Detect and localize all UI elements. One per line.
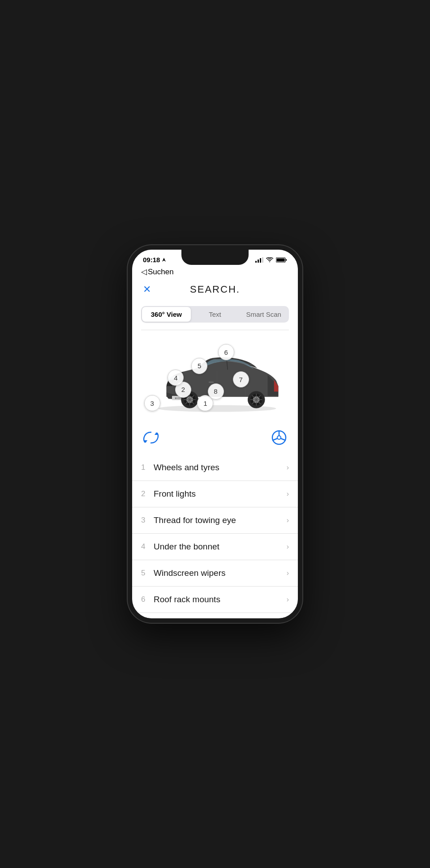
signal-icon: [255, 257, 263, 263]
list-item-4[interactable]: 4 Under the bonnet ›: [132, 534, 298, 560]
item-label-3: Thread for towing eye: [154, 515, 287, 525]
list-item-3[interactable]: 3 Thread for towing eye ›: [132, 507, 298, 534]
chevron-6: ›: [287, 596, 289, 604]
location-icon: [162, 258, 166, 262]
chevron-1: ›: [287, 464, 289, 472]
controls-row: [132, 426, 298, 455]
phone-screen: 09:18: [132, 250, 298, 618]
svg-line-36: [273, 438, 277, 440]
item-num-1: 1: [141, 463, 154, 472]
car-area: M-G1712E: [132, 330, 298, 426]
item-num-5: 5: [141, 569, 154, 578]
hotspot-6[interactable]: 6: [218, 344, 234, 360]
svg-rect-3: [260, 258, 261, 263]
hotspots-layer: 1 2 3 4 5 6 7 8: [141, 337, 289, 422]
item-num-6: 6: [141, 595, 154, 604]
list-item-7[interactable]: 7 Opening and closing ›: [132, 613, 298, 618]
wifi-icon: [266, 257, 273, 263]
steering-button[interactable]: [271, 430, 287, 447]
phone-frame: 09:18: [128, 245, 302, 623]
time-display: 09:18: [143, 256, 160, 264]
car-container: M-G1712E: [141, 337, 289, 422]
battery-icon: [276, 257, 287, 263]
list-item-5[interactable]: 5 Windscreen wipers ›: [132, 560, 298, 587]
item-num-2: 2: [141, 489, 154, 498]
back-label[interactable]: Suchen: [148, 268, 174, 277]
list-item-6[interactable]: 6 Roof rack mounts ›: [132, 587, 298, 613]
svg-rect-6: [286, 259, 287, 261]
notch: [181, 250, 249, 265]
search-header: ✕ SEARCH.: [132, 280, 298, 302]
tab-text[interactable]: Text: [191, 307, 240, 322]
hotspot-5[interactable]: 5: [191, 358, 207, 374]
item-num-4: 4: [141, 542, 154, 551]
svg-rect-4: [262, 257, 263, 263]
status-icons: [255, 257, 287, 263]
steering-icon: [271, 430, 287, 446]
page-title: SEARCH.: [190, 284, 240, 295]
item-label-5: Windscreen wipers: [154, 568, 287, 578]
items-list: 1 Wheels and tyres › 2 Front lights › 3 …: [132, 455, 298, 618]
chevron-3: ›: [287, 516, 289, 524]
item-label-1: Wheels and tyres: [154, 463, 287, 472]
chevron-4: ›: [287, 543, 289, 551]
tab-smartscan[interactable]: Smart Scan: [239, 307, 288, 322]
item-num-3: 3: [141, 516, 154, 525]
back-arrow: ◁: [141, 267, 147, 277]
close-button[interactable]: ✕: [143, 284, 151, 295]
hotspot-3[interactable]: 3: [144, 395, 160, 411]
rotate-icon: [143, 430, 159, 445]
hotspot-7[interactable]: 7: [233, 371, 249, 387]
chevron-2: ›: [287, 490, 289, 498]
svg-rect-7: [277, 258, 285, 261]
tab-360view[interactable]: 360° View: [142, 307, 191, 322]
item-label-6: Roof rack mounts: [154, 595, 287, 604]
list-item-1[interactable]: 1 Wheels and tyres ›: [132, 455, 298, 481]
svg-rect-1: [255, 261, 257, 263]
rotate-button[interactable]: [143, 430, 159, 447]
svg-rect-2: [258, 260, 259, 263]
svg-marker-0: [162, 258, 166, 262]
item-label-2: Front lights: [154, 489, 287, 499]
item-label-4: Under the bonnet: [154, 542, 287, 552]
hotspot-8[interactable]: 8: [208, 383, 224, 400]
status-time: 09:18: [143, 256, 166, 264]
chevron-5: ›: [287, 569, 289, 577]
svg-line-37: [281, 438, 285, 440]
list-item-2[interactable]: 2 Front lights ›: [132, 481, 298, 507]
back-navigation[interactable]: ◁ Suchen: [132, 265, 298, 280]
tab-switcher: 360° View Text Smart Scan: [141, 306, 289, 323]
